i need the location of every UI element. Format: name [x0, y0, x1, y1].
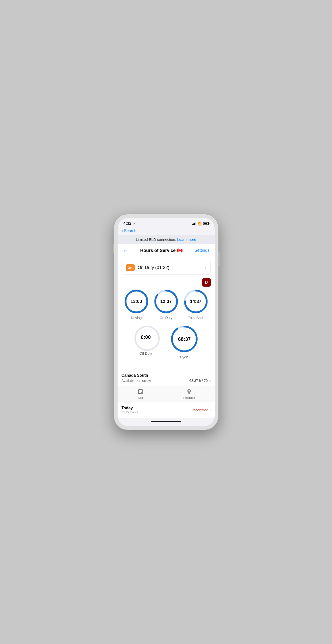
eld-banner-text: Limited ELD connection.: [136, 237, 176, 242]
home-bar: [151, 421, 181, 422]
svg-rect-11: [139, 390, 142, 391]
canada-row: Available tomorrow 68:37 h / 70 h: [122, 379, 211, 383]
on-duty-time: 12:37: [160, 299, 172, 304]
tab-log[interactable]: Log: [137, 388, 144, 399]
duty-status-card[interactable]: ON On Duty (01:22) ›: [122, 260, 211, 275]
today-title: Today: [122, 406, 139, 410]
canada-hours: 68:37 h / 70 h: [190, 379, 211, 383]
cycle-label: Cycle: [180, 355, 189, 359]
svg-rect-13: [139, 392, 141, 393]
clocks-row-1: 13:00 Driving 12:37 On Du: [122, 289, 211, 320]
cycle-time: 68:37: [178, 336, 191, 342]
canada-flag-icon: 🇨🇦: [177, 248, 182, 253]
roadside-icon: [186, 388, 192, 395]
off-duty-circle: 0:00: [134, 325, 158, 350]
duty-left: ON On Duty (01:22): [126, 264, 170, 271]
total-shift-circle: 14:37: [184, 289, 208, 314]
on-duty-circle: 12:37: [154, 289, 178, 314]
nav-back-label[interactable]: Search: [124, 229, 137, 233]
canada-south-title: Canada South: [122, 373, 211, 378]
off-duty-time: 0:00: [141, 334, 151, 340]
canada-south-section: Canada South Available tomorrow 68:37 h …: [118, 369, 215, 386]
page-title: Hours of Service 🇨🇦: [140, 248, 182, 253]
uncertified-status: Uncertified: [191, 408, 208, 412]
on-duty-label: On Duty: [160, 316, 172, 320]
home-indicator: [118, 418, 215, 426]
header-back-button[interactable]: ←: [122, 248, 128, 254]
on-duty-clock: 12:37 On Duty: [154, 289, 178, 320]
today-hours: 01:22 hours: [122, 410, 139, 414]
phone-screen: 4:32 ↗ 📶 ‹ Search Li: [118, 218, 215, 426]
off-duty-clock: 0:00 Off Duty: [134, 325, 158, 359]
today-row[interactable]: Today 01:22 hours Uncertified ›: [118, 402, 215, 418]
duty-label: On Duty (01:22): [138, 265, 169, 270]
total-shift-label: Total Shift: [188, 316, 203, 320]
d-badge: D: [202, 278, 211, 286]
off-duty-label: Off Duty: [140, 352, 152, 356]
page-header: ← Hours of Service 🇨🇦 Settings: [118, 244, 215, 257]
cycle-circle: 68:37: [170, 325, 198, 353]
status-icons: 📶: [192, 222, 209, 226]
back-arrow-icon: ‹: [122, 228, 123, 234]
wifi-icon: 📶: [198, 222, 202, 226]
clocks-section: 13:00 Driving 12:37 On Du: [118, 286, 215, 369]
driving-time: 13:00: [130, 299, 142, 304]
nav-back-row[interactable]: ‹ Search: [118, 227, 215, 235]
today-chevron-icon: ›: [210, 408, 211, 412]
d-badge-container: D: [118, 278, 215, 286]
eld-banner: Limited ELD connection. Learn more: [118, 235, 215, 244]
total-shift-clock: 14:37 Total Shift: [184, 289, 208, 320]
status-bar: 4:32 ↗ 📶: [118, 218, 215, 227]
today-left: Today 01:22 hours: [122, 406, 139, 414]
cycle-clock: 68:37 Cycle: [170, 325, 198, 359]
log-icon: [137, 388, 144, 395]
total-shift-time: 14:37: [190, 299, 201, 304]
today-right[interactable]: Uncertified ›: [191, 408, 211, 412]
battery-icon: [203, 222, 209, 225]
duty-badge: ON: [126, 264, 135, 271]
main-content: ← Hours of Service 🇨🇦 Settings ON On Dut…: [118, 244, 215, 418]
tab-roadside-label: Roadside: [184, 396, 195, 399]
phone-frame: 4:32 ↗ 📶 ‹ Search Li: [114, 214, 218, 430]
status-time: 4:32 ↗: [124, 221, 135, 226]
driving-circle: 13:00: [124, 289, 149, 314]
tab-log-label: Log: [138, 396, 143, 399]
bottom-tabs: Log Roadside: [118, 386, 215, 402]
driving-clock: 13:00 Driving: [124, 289, 149, 320]
duty-chevron-icon: ›: [205, 265, 206, 270]
settings-button[interactable]: Settings: [194, 248, 210, 253]
tab-roadside[interactable]: Roadside: [184, 388, 195, 399]
clocks-row-2: 0:00 Off Duty 68:37 Cycle: [122, 325, 211, 359]
svg-point-15: [189, 390, 190, 391]
learn-more-link[interactable]: Learn more: [177, 237, 196, 242]
signal-icon: [192, 222, 196, 225]
canada-available: Available tomorrow: [122, 379, 151, 383]
driving-label: Driving: [131, 316, 142, 320]
svg-rect-12: [139, 391, 142, 392]
